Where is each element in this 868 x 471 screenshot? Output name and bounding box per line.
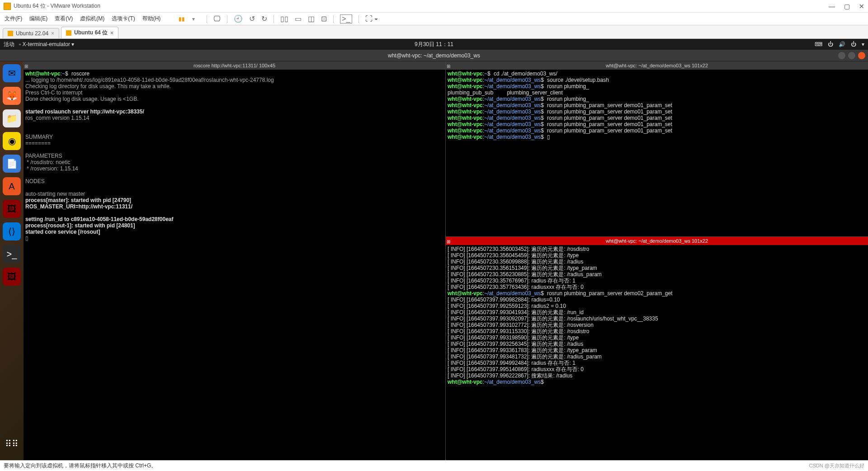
network-icon[interactable]: ⏻ [828, 41, 833, 47]
pane-corner-icon: ⊞ [447, 238, 450, 246]
layout2-icon[interactable]: ▭ [295, 14, 302, 23]
vscode-icon[interactable]: ⟨⟩ [3, 222, 21, 240]
pane-header-left: ⊞ roscore http://wht-vpc:11311/ 100x45 [24, 61, 445, 70]
menu-edit[interactable]: 编辑(E) [29, 15, 47, 23]
tab-close-icon[interactable]: × [110, 30, 113, 36]
menu-view[interactable]: 查看(V) [55, 15, 73, 23]
layout4-icon[interactable]: ⊡ [321, 14, 327, 23]
rhythmbox-icon[interactable]: ◉ [3, 132, 21, 150]
terminal-pane-left[interactable]: ⊞ roscore http://wht-vpc:11311/ 100x45 w… [24, 61, 446, 460]
vmware-tabbar: Ubuntu 22.04 × Ubuntu 64 位 × [0, 25, 868, 39]
terminal-output-left[interactable]: wht@wht-vpc:~$ roscore ... logging to /h… [24, 70, 445, 460]
clock-fwd-icon[interactable]: ↻ [261, 14, 267, 23]
pane-corner-icon: ⊞ [24, 62, 28, 71]
terminal-pane-right-bottom[interactable]: ⊞ wht@wht-vpc: ~/at_demo/demo03_ws 101x2… [446, 237, 868, 460]
tab-close-icon[interactable]: × [51, 30, 54, 37]
terminal-pane-right-top[interactable]: ⊞ wht@wht-vpc: ~/at_demo/demo03_ws 101x2… [446, 61, 868, 237]
ubuntu-dock: ✉ 🦊 📁 ◉ 📄 A 🖼 ⟨⟩ >_ 🖼 ⠿⠿ [0, 61, 24, 460]
terminal-window-titlebar: wht@wht-vpc: ~/at_demo/demo03_ws [0, 50, 868, 61]
menu-vm[interactable]: 虚拟机(M) [80, 15, 104, 23]
maximize-button[interactable]: ▢ [844, 3, 850, 10]
ubuntu-topbar: 活动 ▫ X-terminal-emulator ▾ 9月30日 11：11 ⌨… [0, 39, 868, 50]
libreoffice-icon[interactable]: 📄 [3, 155, 21, 173]
screenshot2-icon[interactable]: 🖼 [3, 268, 21, 286]
apps-grid-icon[interactable]: ⠿⠿ [3, 435, 21, 453]
files-icon[interactable]: 📁 [3, 109, 21, 127]
term-minimize-button[interactable] [838, 52, 845, 59]
firefox-icon[interactable]: 🦊 [3, 87, 21, 105]
menu-help[interactable]: 帮助(H) [142, 15, 161, 23]
tab-label: Ubuntu 22.04 [16, 30, 48, 37]
status-dropdown-icon[interactable]: ▾ [862, 41, 864, 47]
activities-button[interactable]: 活动 [4, 41, 14, 48]
clock-back-icon[interactable]: ↺ [249, 14, 255, 23]
vm-tab-ubuntu2204[interactable]: Ubuntu 22.04 × [3, 28, 59, 38]
pane-header-right-top: ⊞ wht@wht-vpc: ~/at_demo/demo03_ws 101x2… [446, 61, 868, 70]
watermark: CSDN @天亦知道什么好 [809, 462, 864, 469]
terminal-title: wht@wht-vpc: ~/at_demo/demo03_ws [388, 52, 480, 59]
pause-icon[interactable]: ▮▮ [179, 16, 185, 22]
vm-tab-ubuntu64[interactable]: Ubuntu 64 位 × [61, 27, 118, 38]
volume-icon[interactable]: 🔊 [839, 41, 845, 47]
clock-snapshot-icon[interactable]: 🕘 [234, 14, 243, 23]
software-icon[interactable]: A [3, 177, 21, 195]
screenshot-icon[interactable]: 🖼 [3, 200, 21, 218]
menu-file[interactable]: 文件(F) [5, 15, 22, 23]
pane-title: wht@wht-vpc: ~/at_demo/demo03_ws 101x22 [606, 63, 708, 68]
close-button[interactable]: ✕ [859, 3, 864, 10]
status-message: 要将输入定向到该虚拟机，请将鼠标指针移入其中或按 Ctrl+G。 [4, 462, 156, 470]
terminator-container: ⊞ roscore http://wht-vpc:11311/ 100x45 w… [24, 61, 868, 460]
snapshot-icon[interactable]: 🖵 [213, 15, 221, 23]
terminal-output-right-top[interactable]: wht@wht-vpc:~$ cd ./at_demo/demo03_ws/ w… [446, 70, 868, 236]
terminal-icon[interactable]: >_ [3, 245, 21, 263]
vmware-logo-icon [4, 3, 11, 10]
vmware-menubar: 文件(F) 编辑(E) 查看(V) 虚拟机(M) 选项卡(T) 帮助(H) ▮▮… [0, 13, 868, 25]
pane-header-right-bottom-active: ⊞ wht@wht-vpc: ~/at_demo/demo03_ws 101x2… [446, 237, 868, 245]
vmware-statusbar: 要将输入定向到该虚拟机，请将鼠标指针移入其中或按 Ctrl+G。 CSDN @天… [0, 460, 868, 471]
pane-title: roscore http://wht-vpc:11311/ 100x45 [193, 63, 275, 68]
vm-icon [66, 30, 71, 36]
console-icon[interactable]: >_ [340, 14, 352, 24]
vmware-titlebar: Ubuntu 64 位 - VMware Workstation — ▢ ✕ [0, 0, 868, 13]
pane-corner-icon: ⊞ [447, 62, 450, 71]
layout1-icon[interactable]: ▯▯ [280, 14, 288, 23]
fullscreen-icon[interactable]: ⛶ ▾ [365, 15, 378, 23]
tab-label: Ubuntu 64 位 [74, 29, 108, 37]
pane-title: wht@wht-vpc: ~/at_demo/demo03_ws 101x22 [606, 238, 708, 244]
menu-tabs[interactable]: 选项卡(T) [112, 15, 135, 23]
clock[interactable]: 9月30日 11：11 [415, 41, 453, 48]
app-menu[interactable]: ▫ X-terminal-emulator ▾ [19, 41, 74, 47]
thunderbird-icon[interactable]: ✉ [3, 64, 21, 82]
window-title: Ubuntu 64 位 - VMware Workstation [14, 2, 829, 10]
layout3-icon[interactable]: ◫ [308, 14, 315, 23]
minimize-button[interactable]: — [829, 3, 835, 10]
term-maximize-button[interactable] [848, 52, 855, 59]
keyboard-icon[interactable]: ⌨ [815, 41, 822, 47]
term-close-button[interactable] [858, 52, 865, 59]
power-icon[interactable]: ⏻ [851, 41, 856, 47]
vm-icon [8, 31, 13, 36]
terminal-output-right-bottom[interactable]: [ INFO] [1664507230.356003452]: 遍历的元素是: … [446, 245, 868, 460]
